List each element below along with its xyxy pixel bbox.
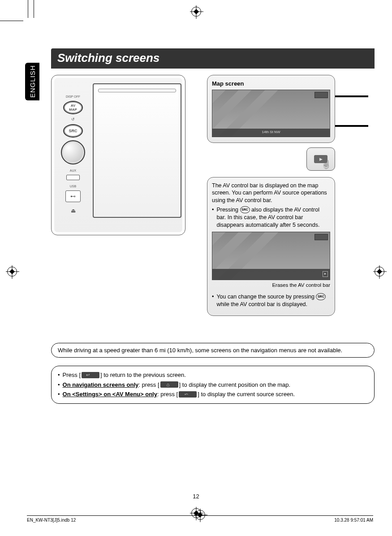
av-control-bar: ▸ bbox=[212, 269, 330, 280]
av-label: AV bbox=[71, 104, 76, 108]
footer-datetime: 10.3.28 9:57:01 AM bbox=[334, 518, 373, 523]
clock-icon bbox=[314, 92, 328, 98]
disp-off-label: DISP OFF bbox=[66, 95, 80, 98]
section-title: Switching screens bbox=[51, 48, 375, 69]
text: On <Settings> on <AV Menu> only bbox=[63, 391, 157, 398]
bullet-icon: • bbox=[212, 206, 214, 229]
map-screenshot: 14th St NW bbox=[212, 90, 330, 137]
arrow-icon bbox=[335, 95, 368, 97]
text: Pressing bbox=[216, 207, 240, 213]
text: ] to return to the previous screen. bbox=[100, 372, 186, 378]
usb-label: USB bbox=[70, 185, 76, 188]
text: ] to display the current source screen. bbox=[198, 391, 295, 398]
back-key-icon bbox=[179, 391, 197, 398]
src-button: SRC bbox=[63, 124, 83, 138]
arrow-icon bbox=[335, 125, 368, 127]
aux-label: AUX bbox=[70, 169, 76, 172]
crop-mark bbox=[0, 21, 23, 21]
usb-port: ⊷ bbox=[65, 190, 81, 202]
speed-warning-callout: While driving at a speed greater than 6 … bbox=[51, 343, 375, 358]
footer-file: EN_KW-NT3[J]5.indb 12 bbox=[27, 518, 76, 523]
src-icon: SRC bbox=[316, 293, 326, 300]
bullet-icon: • bbox=[212, 293, 214, 308]
eject-icon: ⏏ bbox=[71, 207, 76, 214]
pointing-hand-icon: ☝ bbox=[321, 160, 331, 169]
return-key-icon bbox=[82, 372, 99, 378]
av-control-panel: The AV control bar is displayed on the m… bbox=[207, 177, 335, 316]
text: while the AV control bar is displayed. bbox=[216, 301, 307, 307]
return-icon: ↺ bbox=[71, 117, 75, 121]
tip-2: On navigation screens only: press [] to … bbox=[63, 380, 291, 389]
device-screen bbox=[93, 83, 181, 218]
print-footer: EN_KW-NT3[J]5.indb 12 10.3.28 9:57:01 AM bbox=[27, 515, 373, 523]
map-label: MAP bbox=[69, 108, 77, 112]
map-screen-title: Map screen bbox=[212, 80, 330, 88]
text: You can change the source by pressing bbox=[216, 294, 316, 300]
map-with-av-bar: ▸ bbox=[212, 232, 330, 280]
registration-mark-icon bbox=[7, 267, 17, 277]
language-tab: ENGLISH bbox=[25, 63, 39, 100]
bullet-icon: • bbox=[58, 380, 60, 389]
device-illustration: DISP OFF AV MAP ↺ SRC AUX USB ⊷ ⏏ bbox=[51, 75, 185, 235]
registration-mark-icon bbox=[195, 510, 205, 520]
volume-knob bbox=[61, 140, 85, 164]
tip-1: Press [] to return to the previous scree… bbox=[63, 371, 186, 380]
registration-mark-icon bbox=[375, 267, 384, 277]
bullet-icon: • bbox=[58, 371, 60, 380]
bullet-icon: • bbox=[58, 390, 60, 399]
erase-caption: Erases the AV control bar bbox=[212, 282, 330, 289]
tip-3: On <Settings> on <AV Menu> only: press [… bbox=[63, 390, 295, 399]
av-bullet-1: Pressing SRC also displays the AV contro… bbox=[216, 206, 330, 229]
text: On navigation screens only bbox=[63, 381, 139, 388]
registration-mark-icon bbox=[191, 7, 201, 17]
text: Press [ bbox=[63, 372, 81, 378]
map-screen-panel: Map screen 14th St NW bbox=[207, 75, 335, 143]
av-intro-text: The AV control bar is displayed on the m… bbox=[212, 182, 330, 205]
text: : press [ bbox=[157, 391, 178, 398]
clock-icon bbox=[314, 234, 328, 240]
av-map-button: AV MAP bbox=[63, 101, 83, 114]
aux-port bbox=[66, 175, 80, 180]
text: : press [ bbox=[138, 381, 159, 388]
speed-warning-text: While driving at a speed greater than 6 … bbox=[58, 347, 342, 354]
navigation-tips-callout: • Press [] to return to the previous scr… bbox=[51, 366, 375, 404]
home-key-icon bbox=[160, 381, 178, 388]
map-street-label: 14th St NW bbox=[212, 129, 330, 137]
touch-icon-callout: ▶ ☝ bbox=[306, 147, 335, 171]
src-icon: SRC bbox=[240, 206, 250, 213]
page-number: 12 bbox=[0, 493, 392, 500]
close-av-bar-icon: ▸ bbox=[323, 271, 328, 277]
crop-mark bbox=[34, 0, 34, 18]
crop-mark bbox=[28, 0, 28, 18]
av-bullet-2: You can change the source by pressing SR… bbox=[216, 293, 330, 308]
text: ] to display the current position on the… bbox=[179, 381, 291, 388]
